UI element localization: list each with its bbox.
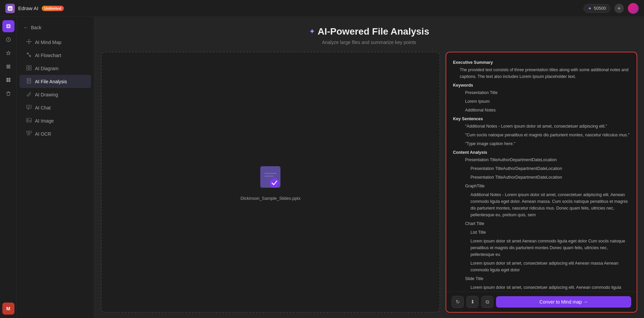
- upload-filename: Dickinson_Sample_Slides.pptx: [240, 196, 300, 201]
- svg-point-43: [28, 119, 29, 120]
- content-item-9: Lorem ipsum dolor sit amet, consectetuer…: [470, 260, 630, 273]
- copy-button[interactable]: ⧉: [481, 296, 493, 308]
- svg-rect-13: [8, 80, 10, 82]
- download-button[interactable]: ⬇: [466, 296, 479, 308]
- convert-to-mindmap-button[interactable]: Conver to Mind map →: [496, 296, 631, 308]
- icon-bar-layers[interactable]: [2, 60, 14, 73]
- ai-diagram-icon: [26, 65, 32, 72]
- icon-bar-stack[interactable]: [2, 74, 14, 86]
- ai-mind-map-label: AI Mind Map: [35, 40, 62, 45]
- ai-drawing-label: AI Drawing: [35, 92, 58, 97]
- app-name-label: Edraw AI: [18, 5, 38, 11]
- content-item-3: Presentation TitleAuthorDepartmentDateLo…: [470, 174, 630, 181]
- sidebar-item-ai-mind-map[interactable]: AI Mind Map: [20, 36, 91, 49]
- download-icon: ⬇: [470, 299, 475, 305]
- content-item-7: List Title: [470, 229, 630, 236]
- keyword-1: Presentation Title: [465, 89, 630, 96]
- add-credits-button[interactable]: +: [614, 4, 624, 13]
- svg-line-28: [28, 54, 30, 55]
- upload-panel[interactable]: Dickinson_Sample_Slides.pptx: [101, 52, 440, 313]
- content-item-2: Presentation TitleAuthorDepartmentDateLo…: [470, 165, 630, 172]
- svg-rect-39: [27, 105, 31, 108]
- svg-rect-7: [6, 65, 10, 66]
- svg-rect-51: [264, 176, 274, 177]
- svg-rect-30: [29, 65, 31, 67]
- app-logo: AI: [5, 4, 15, 13]
- back-arrow-icon: ←: [24, 25, 28, 30]
- key-sentence-3: "Type image caption here.": [465, 140, 630, 147]
- sparkle-icon: ✦: [309, 27, 315, 36]
- ai-image-icon: [26, 118, 32, 124]
- ai-drawing-icon: [26, 91, 32, 98]
- svg-point-23: [29, 43, 30, 44]
- icon-bar-favorites[interactable]: [2, 47, 14, 59]
- section-title-keywords: Keywords: [453, 82, 630, 89]
- svg-rect-27: [29, 55, 31, 57]
- ai-ocr-label: AI OCR: [35, 131, 51, 137]
- page-title-row: ✦ AI-Powered File Analysis: [101, 26, 637, 37]
- content-item-11: Lorem ipsum dolor sit amet, consectetuer…: [470, 284, 630, 291]
- analysis-panel: Executive Summary The provided text cons…: [446, 52, 637, 313]
- svg-rect-14: [7, 92, 10, 95]
- section-title-key-sentences: Key Sentences: [453, 116, 630, 122]
- back-label: Back: [31, 25, 41, 30]
- analysis-footer: ↻ ⬇ ⧉ Conver to Mind map →: [446, 291, 637, 312]
- keyword-3: Additional Notes: [465, 107, 630, 113]
- svg-rect-11: [8, 78, 10, 80]
- icon-bar: M: [0, 17, 17, 318]
- user-avatar[interactable]: [628, 3, 639, 14]
- ai-file-analysis-label: AI File Analysis: [35, 79, 67, 84]
- plus-icon: +: [617, 5, 620, 11]
- file-icon: [257, 164, 284, 190]
- content-item-8: Lorem ipsum dolor sit amet Aenean commod…: [470, 238, 630, 258]
- page-header: ✦ AI-Powered File Analysis Analyze large…: [94, 17, 644, 52]
- sidebar-item-ai-ocr[interactable]: AI OCR: [20, 127, 91, 140]
- content-area: ✦ AI-Powered File Analysis Analyze large…: [94, 17, 644, 318]
- section-executive-summary: Executive Summary The provided text cons…: [453, 59, 630, 80]
- sidebar-item-ai-image[interactable]: AI Image: [20, 114, 91, 127]
- analysis-content[interactable]: Executive Summary The provided text cons…: [446, 52, 637, 291]
- svg-rect-50: [264, 173, 276, 174]
- sidebar-item-ai-drawing[interactable]: AI Drawing: [20, 88, 91, 101]
- svg-rect-26: [27, 53, 29, 54]
- section-title-content-analysis: Content Analysis: [453, 149, 630, 156]
- topbar-right: ✦ 50500 +: [583, 3, 639, 14]
- icon-bar-history[interactable]: [2, 34, 14, 46]
- credits-value: 50500: [594, 6, 606, 11]
- svg-point-17: [28, 41, 30, 42]
- content-item-6: Chart Title: [465, 220, 630, 227]
- svg-rect-31: [27, 68, 29, 70]
- sidebar: ← Back AI Mind Map: [17, 17, 94, 318]
- key-sentence-1: "Additional Notes - Lorem ipsum dolor si…: [465, 123, 630, 130]
- svg-rect-45: [29, 131, 31, 133]
- svg-rect-29: [27, 65, 29, 67]
- sidebar-item-ai-flowchart[interactable]: AI Flowchart: [20, 49, 91, 62]
- section-title-executive: Executive Summary: [453, 59, 630, 66]
- icon-bar-trash[interactable]: [2, 87, 14, 99]
- svg-rect-32: [29, 68, 31, 70]
- content-item-1: Presentation TitleAuthorDepartmentDateLo…: [465, 156, 630, 163]
- svg-rect-9: [6, 67, 10, 69]
- refresh-button[interactable]: ↻: [452, 296, 464, 308]
- sidebar-item-ai-diagram[interactable]: AI Diagram: [20, 62, 91, 75]
- sidebar-item-ai-chat[interactable]: AI Chat: [20, 101, 91, 114]
- icon-bar-new[interactable]: [2, 20, 14, 32]
- credits-button[interactable]: ✦ 50500: [583, 4, 610, 13]
- refresh-icon: ↻: [456, 299, 460, 305]
- sidebar-back-button[interactable]: ← Back: [17, 22, 94, 36]
- section-content-analysis: Content Analysis Presentation TitleAutho…: [453, 149, 630, 291]
- sidebar-item-ai-file-analysis[interactable]: AI File Analysis: [20, 75, 91, 88]
- page-title: AI-Powered File Analysis: [318, 26, 429, 37]
- content-item-5: Additional Notes - Lorem ipsum dolor sit…: [470, 191, 630, 218]
- svg-point-22: [29, 39, 30, 40]
- svg-text:AI: AI: [9, 7, 12, 10]
- copy-icon: ⧉: [486, 299, 489, 305]
- main-layout: M ← Back AI Mind Map: [0, 17, 644, 318]
- svg-rect-8: [6, 66, 10, 67]
- svg-point-52: [270, 178, 279, 188]
- svg-marker-6: [6, 51, 10, 55]
- svg-point-25: [31, 41, 32, 42]
- icon-bar-user[interactable]: M: [2, 303, 14, 315]
- svg-point-24: [27, 41, 28, 42]
- ai-file-analysis-icon: [26, 78, 32, 85]
